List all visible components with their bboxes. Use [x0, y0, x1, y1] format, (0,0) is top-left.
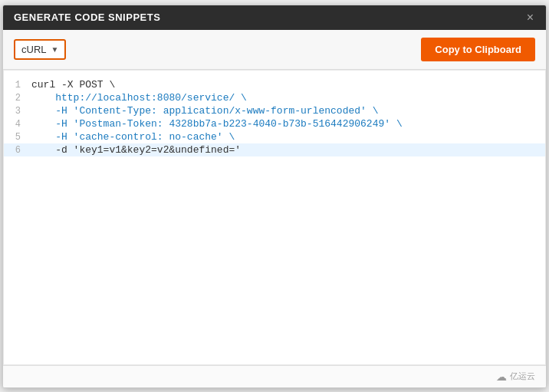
line-content: -d 'key1=v1&key2=v2&undefined='	[31, 144, 241, 156]
table-row: 6 -d 'key1=v1&key2=v2&undefined='	[4, 143, 545, 156]
line-content: -H 'cache-control: no-cache' \	[31, 131, 235, 143]
table-row: 3 -H 'Content-Type: application/x-www-fo…	[4, 104, 545, 117]
toolbar: cURL ▼ Copy to Clipboard	[3, 30, 546, 70]
line-content: http://localhost:8080/service/ \	[31, 92, 247, 104]
code-area[interactable]: 1curl -X POST \2 http://localhost:8080/s…	[3, 70, 546, 365]
modal-title: GENERATE CODE SNIPPETS	[14, 12, 160, 23]
table-row: 4 -H 'Postman-Token: 4328bb7a-b223-4040-…	[4, 117, 545, 130]
watermark-icon: ☁	[496, 371, 507, 383]
close-button[interactable]: ×	[525, 12, 535, 24]
chevron-down-icon: ▼	[51, 45, 59, 54]
line-number: 2	[4, 93, 31, 104]
copy-to-clipboard-button[interactable]: Copy to Clipboard	[421, 38, 535, 61]
modal-container: GENERATE CODE SNIPPETS × cURL ▼ Copy to …	[2, 5, 547, 388]
line-content: -H 'Postman-Token: 4328bb7a-b223-4040-b7…	[31, 118, 403, 130]
line-number: 5	[4, 132, 31, 143]
line-number: 1	[4, 80, 31, 91]
line-number: 4	[4, 119, 31, 130]
table-row: 5 -H 'cache-control: no-cache' \	[4, 130, 545, 143]
modal-footer: ☁ 亿运云	[3, 365, 546, 387]
code-lines: 1curl -X POST \2 http://localhost:8080/s…	[4, 78, 545, 156]
line-number: 6	[4, 145, 31, 156]
language-label: cURL	[21, 44, 47, 55]
table-row: 2 http://localhost:8080/service/ \	[4, 91, 545, 104]
watermark: ☁ 亿运云	[496, 371, 535, 383]
table-row: 1curl -X POST \	[4, 78, 545, 91]
line-content: curl -X POST \	[31, 79, 115, 91]
line-content: -H 'Content-Type: application/x-www-form…	[31, 105, 378, 117]
watermark-text: 亿运云	[510, 371, 535, 382]
language-selector[interactable]: cURL ▼	[14, 39, 66, 60]
line-number: 3	[4, 106, 31, 117]
modal-header: GENERATE CODE SNIPPETS ×	[3, 5, 546, 30]
